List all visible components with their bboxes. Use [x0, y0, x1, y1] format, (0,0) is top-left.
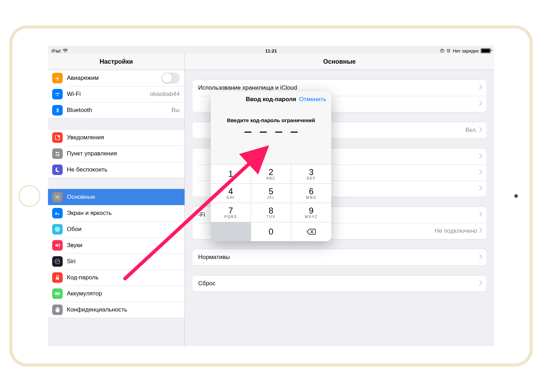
chevron-right-icon [479, 185, 482, 192]
svg-point-18 [58, 230, 60, 231]
sidebar-item-label: Авиарежим [67, 75, 161, 82]
sidebar-item-label: Код-пароль [67, 274, 180, 281]
chevron-right-icon [479, 169, 482, 176]
sidebar-item-label: Экран и яркость [67, 210, 180, 217]
keypad-letters: DEF [307, 177, 316, 180]
sidebar-item-label: Wi-Fi [67, 91, 147, 98]
sidebar-item-airplane[interactable]: Авиарежим [48, 70, 185, 86]
keypad-digit: 1 [228, 170, 233, 178]
sidebar-item-label: Уведомления [67, 134, 180, 141]
orientation-lock-icon [440, 49, 444, 53]
sidebar-item-value: obaobab44 [150, 91, 180, 98]
sidebar-item-label: Аккумулятор [67, 290, 180, 297]
charge-text: Нет зарядки [453, 48, 479, 54]
display-icon: AA [52, 208, 63, 218]
airplane-icon [52, 73, 63, 83]
alarm-icon [446, 49, 451, 53]
sidebar-item-flower[interactable]: Обои [48, 221, 185, 237]
keypad-digit: 2 [269, 168, 273, 176]
pin-slot [275, 131, 282, 133]
sidebar-item-control[interactable]: Пункт управления [48, 146, 185, 162]
control-icon [52, 148, 63, 159]
chevron-right-icon [479, 254, 482, 261]
sidebar-item-hand[interactable]: Конфиденциальность [48, 302, 185, 318]
device-label: iPad [51, 48, 61, 54]
passcode-modal: Ввод код-пароля Отменить Введите код-пар… [211, 91, 331, 241]
modal-prompt: Введите код-пароль ограничений [211, 117, 331, 123]
sidebar-item-siri[interactable]: Siri [48, 253, 185, 270]
keypad-digit: 0 [269, 227, 273, 236]
keypad-7[interactable]: 7PQRS [211, 203, 251, 222]
notify-icon [52, 132, 63, 143]
svg-point-4 [56, 152, 57, 154]
keypad-digit: 5 [269, 187, 273, 196]
keypad-blank [211, 222, 251, 241]
sidebar-item-battery[interactable]: Аккумулятор [48, 286, 185, 302]
wifi-icon [52, 89, 63, 99]
svg-point-0 [440, 49, 444, 52]
svg-point-6 [58, 154, 60, 156]
ipad-frame: iPad 11:21 Нет зарядки [10, 26, 532, 366]
siri-icon [52, 256, 63, 267]
detail-row-label: Использование хранилища и iCloud [198, 84, 479, 91]
detail-row-label: Нормативы [198, 254, 479, 261]
sidebar-item-wifi[interactable]: Wi-Fiobaobab44 [48, 86, 185, 102]
detail-row-value: Вкл. [465, 127, 477, 134]
svg-point-13 [55, 229, 56, 230]
pin-slot [291, 131, 298, 133]
sidebar-item-lock[interactable]: Код-пароль [48, 270, 185, 286]
keypad-1[interactable]: 1 [211, 164, 251, 183]
keypad-letters: WXYZ [305, 215, 318, 219]
sidebar-item-display[interactable]: AAЭкран и яркость [48, 205, 185, 221]
modal-title: Ввод код-пароля [246, 96, 296, 103]
chevron-right-icon [479, 211, 482, 218]
pin-slot [260, 131, 267, 133]
chevron-right-icon [479, 280, 482, 287]
sidebar-item-label: Звуки [67, 242, 180, 249]
wifi-icon [63, 49, 68, 53]
airplane-toggle[interactable] [161, 72, 180, 84]
keypad-3[interactable]: 3DEF [291, 164, 331, 183]
detail-row[interactable]: Сброс [193, 275, 486, 292]
lock-icon [52, 272, 63, 283]
keypad-letters: JKL [267, 196, 275, 200]
keypad-2[interactable]: 2ABC [251, 164, 291, 183]
keypad-digit: 4 [228, 187, 233, 196]
cancel-button[interactable]: Отменить [299, 91, 326, 107]
keypad-0[interactable]: 0 [251, 222, 291, 241]
sidebar-item-speaker[interactable]: Звуки [48, 237, 185, 253]
sidebar-title: Настройки [48, 54, 185, 70]
keypad-9[interactable]: 9WXYZ [291, 203, 331, 222]
sidebar-item-notify[interactable]: Уведомления [48, 129, 185, 146]
sidebar-item-label: Пункт управления [67, 150, 180, 157]
keypad-digit: 3 [309, 168, 313, 176]
keypad-4[interactable]: 4GHI [211, 184, 251, 203]
sidebar-item-gear[interactable]: Основные [48, 189, 185, 205]
hand-icon [52, 304, 63, 315]
numeric-keypad: 12ABC3DEF4GHI5JKL6MNO7PQRS8TUV9WXYZ0 [211, 164, 331, 241]
moon-icon [52, 164, 63, 175]
settings-sidebar: Настройки АвиарежимWi-Fiobaobab44Bluetoo… [48, 54, 185, 346]
svg-text:A: A [57, 212, 60, 216]
svg-point-16 [58, 227, 60, 229]
sidebar-item-label: Основные [67, 194, 180, 201]
svg-point-17 [55, 230, 57, 231]
keypad-delete[interactable] [291, 222, 331, 241]
home-button[interactable] [19, 185, 40, 207]
svg-point-14 [58, 229, 60, 230]
bluetooth-icon [52, 105, 63, 115]
detail-row[interactable]: Нормативы [193, 249, 486, 266]
keypad-8[interactable]: 8TUV [251, 203, 291, 222]
svg-point-12 [57, 230, 58, 232]
sidebar-item-bluetooth[interactable]: BluetoothВы [48, 102, 185, 119]
battery-icon [52, 288, 63, 299]
speaker-icon [52, 240, 63, 251]
pin-slot [244, 131, 251, 133]
svg-rect-5 [58, 152, 60, 154]
sidebar-item-moon[interactable]: Не беспокоить [48, 162, 185, 178]
detail-title: Основные [185, 54, 494, 70]
keypad-5[interactable]: 5JKL [251, 184, 291, 203]
svg-rect-20 [56, 277, 59, 280]
keypad-digit: 9 [309, 206, 313, 215]
keypad-6[interactable]: 6MNO [291, 184, 331, 203]
